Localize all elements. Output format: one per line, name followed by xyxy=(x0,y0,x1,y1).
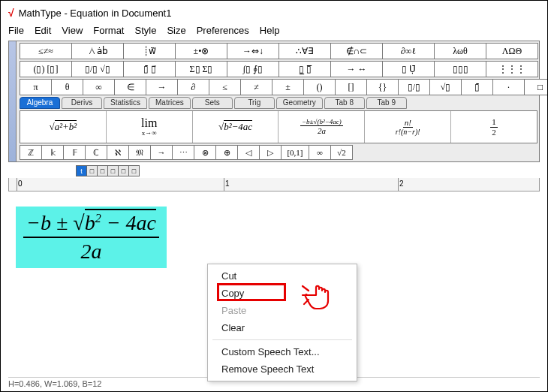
app-icon: √ xyxy=(8,7,14,19)
titlebar: √ MathType - Equation in Document1 xyxy=(1,1,547,22)
glyph[interactable]: ⊗ xyxy=(194,145,216,160)
glyph[interactable]: ℵ xyxy=(107,145,129,160)
pointer-icon xyxy=(301,279,339,314)
template-half[interactable]: 12 xyxy=(451,111,537,143)
menu-preferences[interactable]: Preferences xyxy=(197,25,249,36)
template-limit[interactable]: limx→∞ xyxy=(107,111,193,143)
ruler-tick-label: 2 xyxy=(399,179,404,188)
menu-help[interactable]: Help xyxy=(260,25,280,36)
ctx-remove-speech[interactable]: Remove Speech Text xyxy=(208,360,357,378)
sym-group[interactable]: →⇔↓ xyxy=(227,43,279,59)
toggle-btn[interactable]: □ xyxy=(97,165,108,176)
small-sym[interactable]: ≠ xyxy=(240,79,272,95)
menu-file[interactable]: File xyxy=(8,25,24,36)
small-sym[interactable]: ▯/▯ xyxy=(398,79,430,95)
ruler-tick-label: 1 xyxy=(225,179,230,188)
glyph[interactable]: ⋯ xyxy=(172,145,194,160)
template-palette: √a²+b² limx→∞ √b²−4ac −b±√(b²−4ac)2a n!r… xyxy=(20,110,537,143)
glyph[interactable]: 𝔐 xyxy=(128,145,151,160)
ruler[interactable]: 0 1 2 xyxy=(8,178,540,191)
glyph[interactable]: ℤ xyxy=(20,145,42,160)
ctx-separator xyxy=(212,339,352,340)
template-sqrt-sum[interactable]: √a²+b² xyxy=(20,111,107,143)
tab-derivs[interactable]: Derivs xyxy=(62,97,102,109)
small-sym[interactable]: {} xyxy=(366,79,399,95)
template-sqrt-disc[interactable]: √b²−4ac xyxy=(193,111,279,143)
tab-9[interactable]: Tab 9 xyxy=(366,97,407,109)
toggle-btn[interactable]: t xyxy=(76,165,87,176)
tmpl-group[interactable]: ⋮⋮⋮ xyxy=(486,61,538,77)
ctx-custom-speech[interactable]: Custom Speech Text... xyxy=(208,343,357,360)
glyph[interactable]: 𝔽 xyxy=(63,145,86,160)
small-sym[interactable]: □ xyxy=(524,79,548,95)
small-sym[interactable]: [] xyxy=(335,79,367,95)
toggle-btn[interactable]: □ xyxy=(86,165,98,176)
ruler-tick-label: 0 xyxy=(18,179,23,188)
menu-view[interactable]: View xyxy=(62,25,83,36)
glyph[interactable]: [0,1] xyxy=(281,145,309,160)
ctx-clear[interactable]: Clear xyxy=(208,319,357,336)
sym-group[interactable]: ⩑ȧḃ xyxy=(71,43,124,59)
menu-size[interactable]: Size xyxy=(167,25,185,36)
glyph[interactable]: ⊕ xyxy=(215,145,238,160)
glyph[interactable]: ℂ xyxy=(85,145,107,160)
menu-edit[interactable]: Edit xyxy=(35,25,51,36)
menubar: File Edit View Format Style Size Prefere… xyxy=(1,22,547,41)
tab-statistics[interactable]: Statistics xyxy=(104,97,147,109)
small-sym[interactable]: ∞ xyxy=(83,79,115,95)
tmpl-group[interactable]: ▯ Ụ̄ xyxy=(382,61,435,77)
tmpl-group[interactable]: ▯/▯ √▯ xyxy=(71,61,124,77)
small-sym[interactable]: → xyxy=(146,79,178,95)
sym-group[interactable]: ±•⊗ xyxy=(175,43,227,59)
tmpl-group[interactable]: ▯̄ ▯⃗ xyxy=(123,61,176,77)
symbol-row-2: (▯) [▯] ▯/▯ √▯ ▯̄ ▯⃗ Σ▯ Σ▯ ∫▯ ∮▯ ▯̲ ▯̅ →… xyxy=(20,61,537,77)
tmpl-group[interactable]: ▯▯▯ xyxy=(434,61,486,77)
small-sym[interactable]: · xyxy=(492,79,525,95)
small-sym[interactable]: ≤ xyxy=(209,79,241,95)
glyph[interactable]: ▷ xyxy=(259,145,282,160)
small-sym[interactable]: ▯̄ xyxy=(461,79,493,95)
template-combination[interactable]: n!r!(n−r)! xyxy=(365,111,451,143)
sym-group[interactable]: ≤≠≈ xyxy=(20,43,72,59)
toolbar-panel: ≤≠≈ ⩑ȧḃ ┊ẅ⃗ ±•⊗ →⇔↓ ∴∀∃ ∉∩⊂ ∂∞ℓ λωθ ΛΩΘ … xyxy=(8,41,540,162)
menu-style[interactable]: Style xyxy=(134,25,156,36)
glyph[interactable]: ◁ xyxy=(237,145,260,160)
glyph[interactable]: 𝕜 xyxy=(41,145,64,160)
small-sym[interactable]: θ xyxy=(51,79,83,95)
panel-grip[interactable] xyxy=(9,41,17,161)
tab-algebra[interactable]: Algebra xyxy=(20,97,60,109)
template-quadratic[interactable]: −b±√(b²−4ac)2a xyxy=(279,111,365,143)
small-sym[interactable]: ∂ xyxy=(177,79,209,95)
tab-sets[interactable]: Sets xyxy=(192,97,233,109)
sym-group[interactable]: ∴∀∃ xyxy=(279,43,331,59)
tmpl-group[interactable]: Σ▯ Σ▯ xyxy=(175,61,227,77)
glyph[interactable]: ∞ xyxy=(309,145,331,160)
tab-matrices[interactable]: Matrices xyxy=(149,97,191,109)
sym-group[interactable]: ∉∩⊂ xyxy=(330,43,383,59)
toggle-btn[interactable]: □ xyxy=(118,165,129,176)
glyph[interactable]: √2 xyxy=(330,145,353,160)
sym-group[interactable]: ∂∞ℓ xyxy=(382,43,435,59)
tab-trig[interactable]: Trig xyxy=(234,97,275,109)
selected-equation[interactable]: −b ± √b2 − 4ac 2a xyxy=(16,207,167,268)
toggle-btn[interactable]: □ xyxy=(128,165,140,176)
small-sym[interactable]: ± xyxy=(272,79,304,95)
menu-format[interactable]: Format xyxy=(93,25,124,36)
sym-group[interactable]: ┊ẅ⃗ xyxy=(123,43,176,59)
sym-group[interactable]: λωθ xyxy=(434,43,486,59)
sym-group[interactable]: ΛΩΘ xyxy=(486,43,538,59)
small-sym[interactable]: √▯ xyxy=(429,79,462,95)
small-sym[interactable]: ∈ xyxy=(114,79,146,95)
tmpl-group[interactable]: ▯̲ ▯̅ xyxy=(279,61,331,77)
tab-8[interactable]: Tab 8 xyxy=(324,97,365,109)
small-sym[interactable]: () xyxy=(303,79,336,95)
small-sym[interactable]: π xyxy=(20,79,52,95)
glyph[interactable]: → xyxy=(150,145,173,160)
tmpl-group[interactable]: → ↔ xyxy=(330,61,383,77)
view-toggles: t □ □ □ □ □ xyxy=(76,165,547,176)
toggle-btn[interactable]: □ xyxy=(107,165,119,176)
window-title: MathType - Equation in Document1 xyxy=(19,8,172,19)
tmpl-group[interactable]: (▯) [▯] xyxy=(20,61,72,77)
tab-geometry[interactable]: Geometry xyxy=(276,97,323,109)
tmpl-group[interactable]: ∫▯ ∮▯ xyxy=(227,61,279,77)
